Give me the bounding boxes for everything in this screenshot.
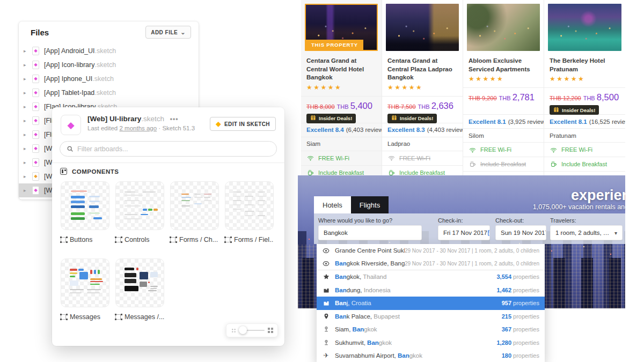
suggestion-row[interactable]: Banj, Croatia957 properties xyxy=(317,297,545,310)
grid-small-icon xyxy=(231,328,237,334)
currency: THB xyxy=(337,104,350,110)
artboard-label: Forms / Ch... xyxy=(179,236,218,243)
component-artboard[interactable]: Buttons xyxy=(61,181,109,243)
last-edited-link[interactable]: 2 months ago xyxy=(119,125,157,131)
artboard-thumbnail[interactable] xyxy=(115,258,164,307)
sketch-file-icon: ◆ xyxy=(32,102,39,111)
hotel-card[interactable]: Abloom Exclusive Serviced Apartments★★★★… xyxy=(463,0,544,185)
breakfast-row: Include Breakfast xyxy=(463,157,544,171)
file-row[interactable]: ▸◆[App] Tablet-Ipad.sketch xyxy=(19,86,199,100)
wifi-icon xyxy=(469,146,477,153)
file-name: [App] Tablet-Ipad.sketch xyxy=(44,89,116,97)
artboard-icon xyxy=(61,237,66,242)
search-tabs: HotelsFlights xyxy=(314,196,389,213)
caret-right-icon[interactable]: ▸ xyxy=(24,90,32,95)
artboard-icon xyxy=(115,237,121,242)
suggestion-row[interactable]: Bandung, Indonesia1,462 properties xyxy=(317,284,545,297)
suggestion-meta: 1,462 properties xyxy=(496,287,539,293)
edit-in-sketch-button[interactable]: ◆ EDIT IN SKETCH xyxy=(210,117,276,131)
gift-icon xyxy=(391,115,397,122)
hotel-compare-table: THIS PROPERTYCentara Grand at Central Wo… xyxy=(298,0,625,185)
suggestion-meta: 29 Nov 2017 - 30 Nov 2017 | 1 room, 2 ad… xyxy=(405,248,539,254)
caret-right-icon[interactable]: ▸ xyxy=(24,48,32,54)
sketch-file-icon: ◆ xyxy=(32,186,39,195)
checkin-label: Check-in: xyxy=(438,217,463,224)
component-artboard[interactable]: Messages /... xyxy=(115,258,164,321)
zoom-slider[interactable] xyxy=(226,323,278,337)
hotel-photo xyxy=(548,4,621,51)
suggestion-row[interactable]: Bank Palace, Bupapest215 properties xyxy=(317,310,545,323)
hotel-photo xyxy=(386,4,459,51)
calendar-icon[interactable] xyxy=(487,229,490,237)
artboard-thumbnail[interactable] xyxy=(225,181,274,230)
star-rating: ★★★★★ xyxy=(382,82,463,96)
more-menu-icon[interactable]: ••• xyxy=(170,115,179,123)
component-artboard[interactable]: Controls xyxy=(115,181,164,243)
suggestion-meta: 29 Nov 2017 - 30 Nov 2017 | 1 room, 2 ad… xyxy=(405,261,539,267)
slider-knob[interactable] xyxy=(239,326,247,334)
caret-right-icon[interactable]: ▸ xyxy=(24,174,32,179)
suggestion-row[interactable]: Sukhumvit, Bangkok1,280 properties xyxy=(317,336,545,350)
this-property-ribbon: THIS PROPERTY xyxy=(306,40,363,50)
slider-track[interactable] xyxy=(240,330,265,331)
plane-icon: ✈ xyxy=(322,352,330,359)
checkout-label: Check-out: xyxy=(495,217,524,224)
review-count: (6,403 reviews) xyxy=(346,127,382,133)
wifi-row: FREE Wi-Fi xyxy=(301,151,382,165)
artboard-thumbnail[interactable] xyxy=(115,181,164,230)
file-row[interactable]: ▸◆[App] Iphone_UI.sketch xyxy=(19,72,199,86)
travelers-select[interactable]: 1 room, 2 adults, 0 children ▾ xyxy=(550,225,623,240)
travelers-label: Travelers: xyxy=(550,217,576,224)
current-price: 2,636 xyxy=(431,101,453,110)
filter-artboards-field xyxy=(60,141,277,157)
caret-right-icon[interactable]: ▸ xyxy=(24,160,32,165)
checkout-input[interactable]: Sun 19 Nov 2017 xyxy=(495,225,546,240)
destination-label: Where would you like to go? xyxy=(318,217,392,224)
suggestion-row[interactable]: Bangkok Riverside, Bangkok29 Nov 2017 - … xyxy=(317,257,545,271)
artboard-thumbnail[interactable] xyxy=(170,181,219,230)
checkin-input[interactable]: Fri 17 Nov 2017 xyxy=(438,225,490,240)
component-artboard[interactable]: Forms / Fiel... xyxy=(225,181,274,243)
component-artboard[interactable]: Messages xyxy=(61,258,109,321)
suggestion-row[interactable]: Grande Centre Point Sukhumvit 55 ..29 No… xyxy=(317,244,545,257)
old-price: THB 9,200 xyxy=(469,95,497,101)
suggestion-meta: 1,280 properties xyxy=(496,339,539,346)
search-panel: Where would you like to go? Check-in: Fr… xyxy=(314,213,625,244)
caret-right-icon[interactable]: ▸ xyxy=(24,118,32,123)
file-row[interactable]: ▸◆[App] Icon-library.sketch xyxy=(19,58,199,72)
hotel-card[interactable]: THIS PROPERTYCentara Grand at Central Wo… xyxy=(301,0,382,185)
file-row[interactable]: ▸◆[App] Android_UI.sketch xyxy=(19,44,199,58)
hotel-card[interactable]: Centara Grand at Central Plaza Ladprao B… xyxy=(382,0,463,185)
caret-right-icon[interactable]: ▸ xyxy=(24,146,32,151)
building-icon xyxy=(322,300,330,306)
caret-right-icon[interactable]: ▸ xyxy=(24,104,32,109)
artboard-thumbnail[interactable] xyxy=(61,258,109,307)
suggestion-text: Siam, Bangkok xyxy=(335,326,502,333)
caret-right-icon[interactable]: ▸ xyxy=(24,132,32,137)
tab-hotels[interactable]: Hotels xyxy=(314,196,351,213)
add-file-button[interactable]: ADD FILE ⌄ xyxy=(145,26,191,39)
gift-icon xyxy=(310,115,316,122)
caret-right-icon[interactable]: ▸ xyxy=(24,188,32,193)
area-row: Pratunam xyxy=(544,128,625,142)
suggestion-row[interactable]: Siam, Bangkok367 properties xyxy=(317,323,545,336)
destination-input[interactable] xyxy=(324,230,416,236)
artboard-thumbnail[interactable] xyxy=(61,181,109,230)
filter-artboards-input[interactable] xyxy=(77,145,270,153)
component-artboard[interactable]: Forms / Ch... xyxy=(170,181,219,243)
suggestion-row[interactable]: ✈Suvarnabhumi Airport, Bangkok180 proper… xyxy=(317,349,545,362)
hero-headline: experien xyxy=(571,187,625,204)
hotel-card[interactable]: The Berkeley Hotel Pratunam★★★★★THB 12,2… xyxy=(544,0,625,185)
currency: THB xyxy=(499,95,513,101)
files-title: Files xyxy=(31,28,49,37)
caret-right-icon[interactable]: ▸ xyxy=(24,76,32,82)
sketch-file-icon: ◆ xyxy=(32,75,39,83)
tab-flights[interactable]: Flights xyxy=(351,196,389,213)
suggestion-row[interactable]: Bangkok, Thailand3,554 properties xyxy=(317,270,545,284)
wifi-row: FREE Wi-Fi xyxy=(463,142,544,157)
old-price: THB 7,500 xyxy=(387,104,416,110)
library-subtitle: Last edited 2 months ago · Sketch 51.3 xyxy=(87,125,210,131)
caret-right-icon[interactable]: ▸ xyxy=(24,62,32,68)
suggestion-meta: 215 properties xyxy=(502,313,539,320)
file-name: [App] Iphone_UI.sketch xyxy=(44,75,114,83)
